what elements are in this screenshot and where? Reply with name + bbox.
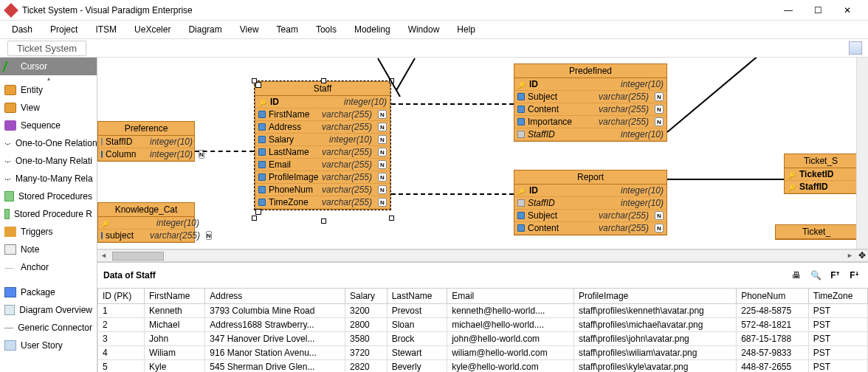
table-cell[interactable]: PST xyxy=(808,360,867,373)
table-cell[interactable]: PST xyxy=(808,304,867,318)
entity-column[interactable]: Subjectvarchar(255)N xyxy=(514,91,666,103)
entity-ticket-s[interactable]: Ticket_S TicketIDStaffID xyxy=(784,154,858,194)
table-cell[interactable]: staff\profiles\john\avatar.png xyxy=(574,332,736,346)
palette-item-sp[interactable]: Stored Procedure R xyxy=(0,205,97,223)
entity-column[interactable]: IDinteger(10) xyxy=(514,78,666,91)
menu-item-window[interactable]: Window xyxy=(408,24,440,35)
diagram-canvas[interactable]: Preference StaffIDinteger(10)Columninteg… xyxy=(97,58,868,249)
table-cell[interactable]: 5 xyxy=(98,360,145,373)
table-cell[interactable]: 687-15-1788 xyxy=(737,332,809,346)
relationship-line[interactable] xyxy=(391,193,514,195)
table-cell[interactable]: 916 Manor Station Avenu... xyxy=(205,346,345,360)
data-print-icon[interactable]: 🖶 xyxy=(788,267,805,283)
resize-handle[interactable] xyxy=(389,216,394,221)
resize-handle[interactable] xyxy=(252,216,257,221)
table-cell[interactable]: Michael xyxy=(145,318,205,332)
relationship-line[interactable] xyxy=(391,103,514,105)
relationship-line[interactable] xyxy=(396,58,416,91)
table-cell[interactable]: 2 xyxy=(98,318,145,332)
table-cell[interactable]: 3 xyxy=(98,332,145,346)
palette-item-cursor[interactable]: Cursor xyxy=(0,58,97,75)
table-cell[interactable]: 572-48-1821 xyxy=(737,318,809,332)
menu-item-itsm[interactable]: ITSM xyxy=(95,24,117,35)
palette-item-note[interactable]: Note xyxy=(0,241,97,258)
entity-column[interactable]: StaffID xyxy=(785,181,857,193)
breadcrumb-item[interactable]: Ticket System xyxy=(7,41,86,56)
entity-knowledge-cat[interactable]: Knowledge_Cat integer(10)subjectvarchar(… xyxy=(97,202,195,243)
table-header[interactable]: ID (PK) xyxy=(98,289,145,304)
table-cell[interactable]: Address1688 Strawberry... xyxy=(205,318,345,332)
table-cell[interactable]: 448-87-2655 xyxy=(737,360,809,373)
entity-predefined[interactable]: Predefined IDinteger(10)Subjectvarchar(2… xyxy=(514,63,667,142)
pan-icon[interactable]: ✥ xyxy=(856,249,868,261)
entity-column[interactable]: TicketID xyxy=(785,168,857,181)
close-button[interactable]: ✕ xyxy=(833,0,862,21)
menu-item-uexceler[interactable]: UeXceler xyxy=(134,24,170,35)
entity-column[interactable]: LastNamevarchar(255)N xyxy=(255,146,390,159)
table-cell[interactable]: 248-57-9833 xyxy=(737,346,809,360)
table-cell[interactable]: 347 Hanover Drive Lovel... xyxy=(205,332,345,346)
menu-item-diagram[interactable]: Diagram xyxy=(188,24,221,35)
table-row[interactable]: 5Kyle545 Sherman Drive Glen...2820Beverl… xyxy=(98,360,868,373)
resize-handle[interactable] xyxy=(321,78,326,83)
sort-asc-icon[interactable]: Fꜛ xyxy=(827,267,843,283)
palette-item-rel[interactable]: One-to-Many Relati xyxy=(0,152,97,170)
table-cell[interactable]: Kenneth xyxy=(145,304,205,318)
table-header[interactable]: ProfileImage xyxy=(574,289,736,304)
entity-column[interactable]: StaffIDinteger(10) xyxy=(514,128,666,141)
entity-column[interactable]: IDinteger(10) xyxy=(255,96,390,108)
table-cell[interactable]: staff\profiles\michael\avatar.png xyxy=(574,318,736,332)
table-cell[interactable]: PST xyxy=(808,346,867,360)
entity-column[interactable]: TimeZonevarchar(255)N xyxy=(255,196,390,209)
entity-report[interactable]: Report IDinteger(10)StaffIDinteger(10)Su… xyxy=(514,170,667,235)
data-search-icon[interactable]: 🔍 xyxy=(807,267,824,283)
table-cell[interactable]: Brock xyxy=(387,332,447,346)
table-cell[interactable]: 545 Sherman Drive Glen... xyxy=(205,360,345,373)
palette-item-conn[interactable]: Generic Connector xyxy=(0,319,97,337)
entity-preference[interactable]: Preference StaffIDinteger(10)Columninteg… xyxy=(97,121,195,162)
entity-column[interactable]: integer(10) xyxy=(98,217,194,230)
menu-item-tools[interactable]: Tools xyxy=(316,24,337,35)
relationship-line[interactable] xyxy=(667,179,784,180)
table-header[interactable]: Email xyxy=(447,289,574,304)
palette-item-entity[interactable]: Entity xyxy=(0,81,97,99)
canvas-scrollbar-horizontal[interactable]: ✥ xyxy=(97,249,868,261)
table-row[interactable]: 3John347 Hanover Drive Lovel...3580Brock… xyxy=(98,332,868,346)
palette-item-rel[interactable]: Many-to-Many Rela xyxy=(0,170,97,187)
diagram-nav-icon[interactable] xyxy=(849,41,862,55)
table-cell[interactable]: 1 xyxy=(98,304,145,318)
sort-desc-icon[interactable]: Fꜜ xyxy=(846,267,862,283)
table-cell[interactable]: 3200 xyxy=(345,304,388,318)
table-header[interactable]: LastName xyxy=(387,289,447,304)
entity-column[interactable]: Subjectvarchar(255)N xyxy=(514,210,666,222)
entity-column[interactable]: Salaryinteger(10)N xyxy=(255,134,390,146)
table-row[interactable]: 1Kenneth3793 Columbia Mine Road3200Prevo… xyxy=(98,304,868,318)
entity-column[interactable]: Importancevarchar(255)N xyxy=(514,116,666,128)
palette-item-seq[interactable]: Sequence xyxy=(0,117,97,134)
table-cell[interactable]: PST xyxy=(808,318,867,332)
table-cell[interactable]: 2800 xyxy=(345,318,388,332)
maximize-button[interactable]: ☐ xyxy=(803,0,833,21)
canvas-scrollbar-vertical[interactable] xyxy=(856,58,868,249)
entity-column[interactable]: Addressvarchar(255)N xyxy=(255,121,390,134)
table-cell[interactable]: 3793 Columbia Mine Road xyxy=(205,304,345,318)
table-cell[interactable]: staff\profiles\wiliam\avatar.png xyxy=(574,346,736,360)
table-cell[interactable]: michael@hello-world.... xyxy=(447,318,574,332)
palette-item-pkg[interactable]: Package xyxy=(0,283,97,301)
menu-item-project[interactable]: Project xyxy=(50,24,78,35)
menu-item-help[interactable]: Help xyxy=(457,24,475,35)
scrollbar-thumb[interactable] xyxy=(112,252,164,261)
table-cell[interactable]: 3580 xyxy=(345,332,388,346)
table-cell[interactable]: wiliam@hello-world.com xyxy=(447,346,574,360)
relationship-line[interactable] xyxy=(195,151,254,152)
minimize-button[interactable]: — xyxy=(774,0,803,21)
table-cell[interactable]: Beverly xyxy=(387,360,447,373)
entity-column[interactable]: subjectvarchar(255)N xyxy=(98,230,194,242)
palette-item-diag[interactable]: Diagram Overview xyxy=(0,301,97,319)
palette-item-view[interactable]: View xyxy=(0,99,97,117)
entity-column[interactable]: FirstNamevarchar(255)N xyxy=(255,108,390,121)
table-header[interactable]: PhoneNum xyxy=(737,289,809,304)
table-cell[interactable]: 4 xyxy=(98,346,145,360)
entity-staff[interactable]: Staff IDinteger(10)FirstNamevarchar(255)… xyxy=(255,81,390,210)
menu-item-dash[interactable]: Dash xyxy=(12,24,32,35)
